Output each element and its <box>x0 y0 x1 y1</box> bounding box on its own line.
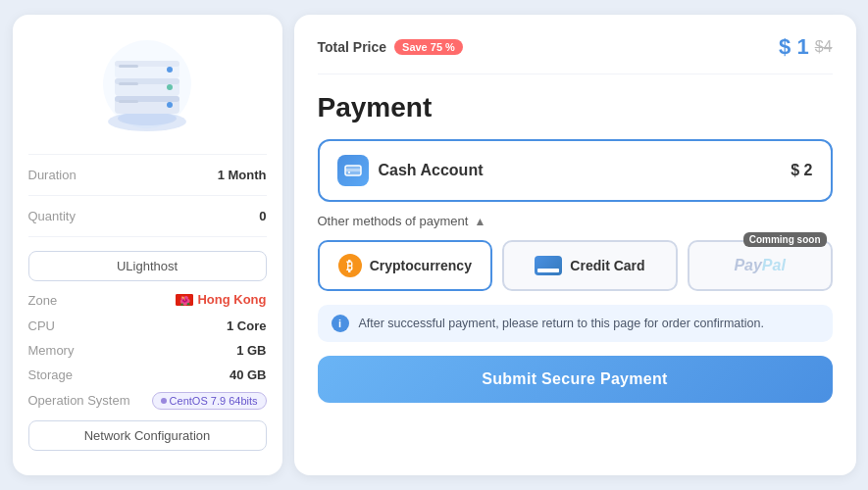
zone-row: Zone 🌺 Hong Kong <box>28 287 267 314</box>
divider-2 <box>28 195 267 196</box>
zone-value: 🌺 Hong Kong <box>176 292 266 309</box>
zone-label: Zone <box>28 293 58 308</box>
right-panel: Total Price Save 75 % $ 1 $4 Payment Cas… <box>294 15 856 475</box>
credit-label: Credit Card <box>570 258 644 273</box>
price-current: $ 1 <box>779 34 809 60</box>
cpu-value: 1 Core <box>227 318 266 333</box>
other-methods-text: Other methods of payment <box>318 214 469 228</box>
cash-icon <box>337 155 369 186</box>
card-stripe <box>537 269 559 272</box>
divider-1 <box>28 154 267 155</box>
os-badge: CentOS 7.9 64bits <box>152 392 267 410</box>
duration-value: 1 Month <box>218 168 267 182</box>
price-display: $ 1 $4 <box>779 34 832 60</box>
coming-soon-tag: Comming soon <box>743 232 827 247</box>
payment-title: Payment <box>318 92 833 123</box>
cash-account-left: Cash Account <box>337 155 484 186</box>
cash-account-name: Cash Account <box>379 162 484 179</box>
quantity-row: Quantity 0 <box>28 204 267 228</box>
storage-label: Storage <box>28 368 74 382</box>
memory-value: 1 GB <box>236 343 266 358</box>
svg-rect-18 <box>345 169 361 172</box>
submit-payment-button[interactable]: Submit Secure Payment <box>318 356 833 403</box>
top-bar: Total Price Save 75 % $ 1 $4 <box>318 34 833 74</box>
quantity-value: 0 <box>259 209 266 223</box>
total-price-section: Total Price Save 75 % <box>318 39 463 55</box>
os-dot <box>161 398 167 404</box>
save-badge: Save 75 % <box>394 39 463 55</box>
flag-icon: 🌺 <box>176 294 193 306</box>
os-label: Operation System <box>28 393 130 408</box>
svg-text:🌺: 🌺 <box>179 295 191 306</box>
crypto-button[interactable]: ₿ Cryptocurrency <box>318 240 493 291</box>
divider-3 <box>28 236 267 237</box>
cash-account-amount: $ 2 <box>791 162 812 179</box>
svg-point-19 <box>348 172 350 173</box>
total-price-text: Total Price <box>318 39 387 55</box>
info-note-text: After successful payment, please return … <box>359 317 764 330</box>
paypal-label: PayPal <box>734 257 785 274</box>
credit-card-icon <box>535 256 562 275</box>
duration-label: Duration <box>28 168 77 182</box>
svg-point-14 <box>103 40 191 128</box>
os-row: Operation System CentOS 7.9 64bits <box>28 387 267 415</box>
left-panel: Duration 1 Month Quantity 0 ULighthost Z… <box>13 15 282 475</box>
cpu-label: CPU <box>28 318 55 333</box>
info-note: i After successful payment, please retur… <box>318 305 833 342</box>
crypto-label: Cryptocurrency <box>370 258 472 273</box>
plan-button[interactable]: ULighthost <box>28 251 267 281</box>
chevron-up-icon: ▲ <box>474 215 485 228</box>
storage-value: 40 GB <box>230 368 267 382</box>
network-button[interactable]: Network Configuration <box>28 420 267 451</box>
other-methods-toggle[interactable]: Other methods of payment ▲ <box>318 214 833 228</box>
bitcoin-icon: ₿ <box>338 254 362 277</box>
memory-label: Memory <box>28 343 75 358</box>
server-illustration <box>88 30 206 138</box>
cpu-row: CPU 1 Core <box>28 314 267 338</box>
price-old: $4 <box>815 38 833 56</box>
hk-flag: 🌺 Hong Kong <box>176 292 266 307</box>
duration-row: Duration 1 Month <box>28 163 267 187</box>
storage-row: Storage 40 GB <box>28 363 267 387</box>
cash-account-box[interactable]: Cash Account $ 2 <box>318 139 833 202</box>
paypal-button[interactable]: Comming soon PayPal <box>688 240 833 291</box>
quantity-label: Quantity <box>28 209 76 223</box>
memory-row: Memory 1 GB <box>28 338 267 363</box>
info-icon: i <box>332 315 349 332</box>
payment-methods-row: ₿ Cryptocurrency Credit Card Comming soo… <box>318 240 833 291</box>
credit-card-button[interactable]: Credit Card <box>502 240 678 291</box>
